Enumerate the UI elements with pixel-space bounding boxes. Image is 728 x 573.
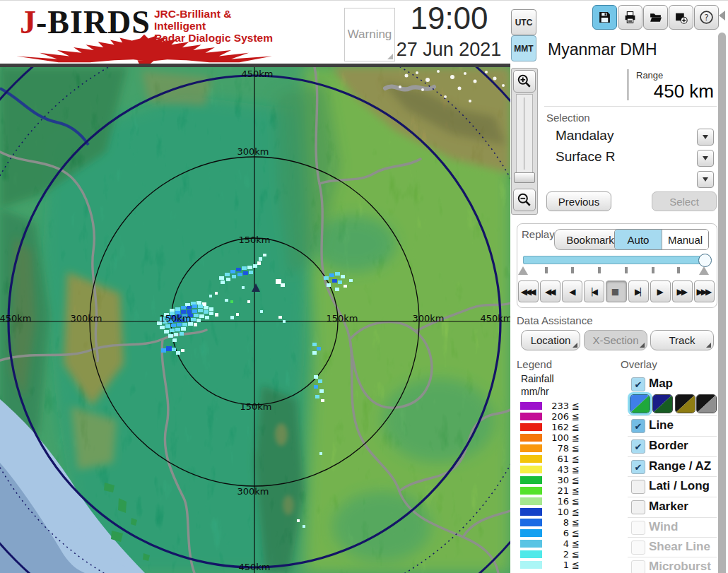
- overlay-checkbox-lati-long[interactable]: [631, 480, 645, 494]
- legend-row: 10≦: [517, 507, 601, 516]
- legend-row: 233≦: [517, 401, 601, 410]
- replay-mode-toggle: Auto Manual: [614, 229, 709, 250]
- export-image-button[interactable]: [669, 5, 693, 30]
- open-file-button[interactable]: [643, 5, 668, 30]
- previous-button[interactable]: Previous: [546, 191, 611, 211]
- track-button[interactable]: Track: [650, 330, 714, 350]
- menu-grip-icon: [640, 343, 645, 348]
- auto-button[interactable]: Auto: [615, 230, 662, 249]
- chevron-down-icon: [703, 156, 708, 160]
- open-folder-icon: [649, 11, 662, 24]
- fastest-forward-button[interactable]: ▶▶▶: [694, 280, 715, 302]
- radar-map[interactable]: 450km 300km 150km 150km 300km 450km 450k…: [0, 67, 510, 573]
- step-forward-button[interactable]: ▶|: [628, 280, 649, 302]
- replay-slider-handle[interactable]: [698, 254, 712, 267]
- product-dropdown-button[interactable]: [697, 150, 714, 167]
- overlay-checkbox-marker[interactable]: [631, 500, 645, 514]
- legend-label: Legend: [517, 358, 552, 370]
- site-dropdown-button[interactable]: [697, 129, 714, 146]
- stop-button[interactable]: ■: [606, 280, 626, 302]
- chevron-down-icon: [703, 177, 708, 182]
- play-button[interactable]: ▶: [650, 280, 671, 302]
- selection-label: Selection: [546, 112, 590, 124]
- replay-slider-track[interactable]: [523, 256, 703, 264]
- save-button[interactable]: [592, 5, 617, 30]
- extra-dropdown-button[interactable]: [697, 171, 714, 188]
- step-back-button[interactable]: |◀: [584, 280, 604, 302]
- warning-label: Warning: [348, 28, 392, 42]
- overlay-row-range-az[interactable]: ✔ Range / AZ: [628, 459, 718, 475]
- legend-row: 61≦: [517, 454, 601, 463]
- legend-row: 1≦: [517, 560, 601, 569]
- map-style-swatch-3[interactable]: [675, 394, 695, 413]
- clock-date: 27 Jun 2021: [389, 39, 509, 61]
- legend-unit: mm/hr: [521, 386, 549, 397]
- legend-row: 21≦: [517, 486, 601, 495]
- range-label: Range: [636, 70, 663, 81]
- svg-text:?: ?: [704, 13, 708, 23]
- slider-end-marker[interactable]: [699, 266, 709, 275]
- rewind-button[interactable]: ◀◀: [540, 280, 560, 302]
- legend-block: Rainfall mm/hr 233≦ 206≦ 162≦ 100≦ 78≦ 6…: [517, 373, 609, 573]
- play-reverse-button[interactable]: ◀: [562, 280, 582, 302]
- legend-row: 78≦: [517, 444, 601, 453]
- add-image-icon: [674, 11, 688, 24]
- radar-map-canvas: [0, 67, 510, 573]
- legend-row: 30≦: [517, 475, 601, 485]
- xsection-button[interactable]: X-Section: [584, 330, 647, 350]
- fast-rewind-button[interactable]: ◀◀◀: [518, 280, 539, 302]
- legend-title: Rainfall: [521, 373, 554, 384]
- overlay-row-wind: Wind: [628, 519, 718, 536]
- overlay-checkbox-line[interactable]: ✔: [631, 419, 645, 433]
- slider-start-marker[interactable]: [518, 266, 528, 275]
- zoom-slider-handle[interactable]: [514, 172, 535, 183]
- header: J-BIRDS JRC-Brilliant & Intelligent Rada…: [0, 0, 728, 64]
- overlay-checkbox-border[interactable]: ✔: [631, 439, 645, 454]
- overlay-checkbox-map[interactable]: ✔: [631, 377, 645, 391]
- fast-forward-button[interactable]: ▶▶: [672, 280, 693, 302]
- map-style-picker: [628, 394, 718, 413]
- overlay-block: ✔ Map ✔ Line ✔ Border ✔ Range / AZ Lati …: [628, 373, 718, 573]
- legend-row: 16≦: [517, 497, 601, 506]
- zoom-out-button[interactable]: [513, 189, 536, 211]
- overlay-checkbox-range-az[interactable]: ✔: [631, 460, 645, 474]
- help-icon: ?: [699, 10, 714, 25]
- zoom-slider-track[interactable]: [516, 94, 533, 173]
- overlay-row-shear-line: Shear Line: [628, 539, 718, 556]
- legend-row: 43≦: [517, 465, 601, 474]
- legend-row: 8≦: [517, 518, 601, 527]
- warning-box[interactable]: Warning: [344, 8, 395, 61]
- printer-icon: [623, 11, 637, 24]
- overlay-row-marker[interactable]: Marker: [628, 499, 718, 516]
- zoom-out-icon: [517, 192, 532, 208]
- panel-scrollbar[interactable]: [718, 33, 726, 573]
- location-button[interactable]: Location: [521, 330, 580, 350]
- manual-button[interactable]: Manual: [662, 230, 708, 249]
- utc-button[interactable]: UTC: [511, 9, 536, 35]
- collapse-panel-arrow-icon[interactable]: [719, 11, 725, 20]
- product-dropdown-value: Surface R: [556, 149, 615, 165]
- overlay-checkbox-wind: [631, 521, 645, 535]
- print-button[interactable]: [618, 5, 642, 30]
- legend-row: 100≦: [517, 433, 601, 442]
- map-style-swatch-2[interactable]: [652, 394, 673, 413]
- map-style-swatch-4[interactable]: [696, 394, 717, 413]
- overlay-row-map[interactable]: ✔ Map: [628, 376, 718, 393]
- menu-grip-icon: [706, 343, 711, 348]
- overlay-label: Overlay: [621, 358, 657, 370]
- select-button[interactable]: Select: [652, 191, 717, 211]
- mmt-button[interactable]: MMT: [511, 35, 536, 61]
- site-dropdown-value: Mandalay: [556, 128, 613, 143]
- overlay-row-lati-long[interactable]: Lati / Long: [628, 478, 718, 495]
- chevron-down-icon: [703, 135, 708, 139]
- replay-label: Replay: [522, 228, 555, 240]
- help-button[interactable]: ?: [694, 5, 719, 30]
- station-title: Myanmar DMH: [548, 40, 657, 59]
- overlay-row-line[interactable]: ✔ Line: [628, 418, 718, 435]
- map-style-swatch-1[interactable]: [630, 394, 650, 413]
- zoom-in-button[interactable]: [513, 70, 536, 93]
- overlay-row-border[interactable]: ✔ Border: [628, 438, 718, 455]
- jbirds-app: J-BIRDS JRC-Brilliant & Intelligent Rada…: [0, 0, 728, 573]
- save-icon: [598, 11, 611, 24]
- overlay-checkbox-shear-line: [631, 540, 645, 555]
